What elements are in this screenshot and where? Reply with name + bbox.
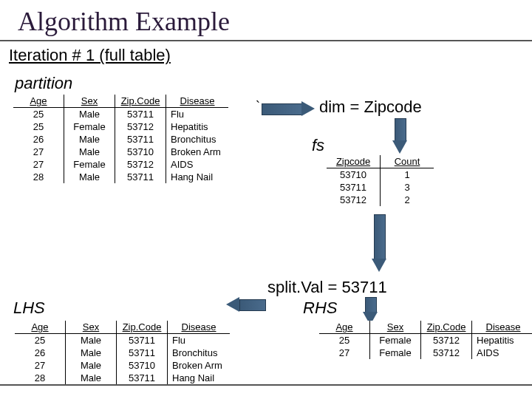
arrow-to-lhs-body: [239, 299, 266, 311]
cell: 27: [13, 146, 64, 158]
partition-body: 25Male53711Flu25Female53712Hepatitis26Ma…: [13, 108, 228, 184]
cell: Hang Nail: [168, 372, 231, 384]
cell: Female: [370, 347, 421, 359]
cell: 53711: [115, 133, 166, 146]
th-zip: Zip.Code: [115, 95, 166, 108]
cell: 53711: [117, 347, 168, 359]
slide-title: Algorithm Example: [18, 6, 532, 37]
th-lhs-age: Age: [15, 321, 66, 334]
rhs-label: RHS: [303, 299, 337, 318]
cell: Male: [64, 146, 115, 158]
th-lhs-disease: Disease: [168, 321, 231, 334]
cell: Broken Arm: [168, 359, 231, 372]
cell: 25: [13, 120, 64, 133]
iteration-subtitle: Iteration # 1 (full table): [9, 46, 532, 65]
cell: Hepatitis: [472, 334, 533, 347]
cell: 25: [319, 334, 370, 347]
cell: 28: [13, 171, 64, 183]
cell: Male: [66, 334, 117, 347]
arrow-to-splitval-head: [372, 259, 386, 272]
cell: 53712: [115, 120, 166, 133]
cell: Male: [66, 359, 117, 372]
backtick-mark: `: [256, 99, 260, 115]
cell: 25: [15, 334, 66, 347]
cell: Bronchitus: [166, 133, 229, 146]
th-rhs-zip: Zip.Code: [421, 321, 472, 334]
cell: Male: [64, 108, 115, 121]
cell: 53712: [327, 194, 381, 206]
th-sex: Sex: [64, 95, 115, 108]
cell: 28: [15, 372, 66, 384]
th-disease: Disease: [166, 95, 229, 108]
th-age: Age: [13, 95, 64, 108]
th-fs-zip: Zipcode: [327, 155, 381, 168]
cell: Hang Nail: [166, 171, 229, 183]
arrow-to-splitval-body: [374, 214, 386, 260]
th-rhs-age: Age: [319, 321, 370, 334]
cell: 27: [319, 347, 370, 359]
cell: Hepatitis: [166, 120, 229, 133]
th-lhs-sex: Sex: [66, 321, 117, 334]
cell: 53711: [115, 171, 166, 183]
cell: 27: [15, 359, 66, 372]
cell: Flu: [166, 108, 229, 121]
arrow-to-fs-body: [395, 118, 406, 142]
cell: Female: [370, 334, 421, 347]
cell: Male: [64, 133, 115, 146]
cell: 53711: [117, 372, 168, 384]
partition-label: partition: [15, 74, 72, 93]
cell: 53710: [115, 146, 166, 158]
cell: AIDS: [472, 347, 533, 359]
cell: 25: [13, 108, 64, 121]
th-lhs-zip: Zip.Code: [117, 321, 168, 334]
splitval-label: split.Val = 53711: [267, 278, 387, 297]
lhs-label: LHS: [13, 299, 45, 318]
cell: 3: [381, 181, 434, 194]
cell: Male: [66, 372, 117, 384]
bottom-rule: [0, 384, 532, 386]
cell: 2: [381, 194, 434, 206]
cell: Female: [64, 120, 115, 133]
arrow-to-lhs-head: [226, 297, 239, 312]
rhs-body: 25Female53712Hepatitis27Female53712AIDS: [319, 334, 532, 360]
cell: Broken Arm: [166, 146, 229, 158]
fs-label: fs: [312, 136, 324, 155]
cell: Female: [64, 158, 115, 171]
cell: Male: [66, 347, 117, 359]
fs-body: 537101537113537122: [327, 168, 434, 207]
cell: 1: [381, 168, 434, 182]
arrow-to-dim-head: [301, 101, 315, 116]
lhs-table: Age Sex Zip.Code Disease 25Male53711Flu2…: [15, 321, 230, 384]
cell: 53712: [421, 347, 472, 359]
cell: Male: [64, 171, 115, 183]
arrow-to-rhs-body: [365, 297, 377, 313]
cell: Bronchitus: [168, 347, 231, 359]
cell: 53711: [115, 108, 166, 121]
partition-table: Age Sex Zip.Code Disease 25Male53711Flu2…: [13, 95, 228, 183]
arrow-to-fs-head: [392, 140, 407, 154]
arrow-to-dim-body: [262, 103, 303, 115]
cell: 53712: [421, 334, 472, 347]
cell: 53712: [115, 158, 166, 171]
th-rhs-sex: Sex: [370, 321, 421, 334]
cell: Flu: [168, 334, 231, 347]
th-rhs-disease: Disease: [472, 321, 533, 334]
cell: 53711: [327, 181, 381, 194]
fs-table: Zipcode Count 537101537113537122: [327, 155, 434, 206]
cell: 26: [15, 347, 66, 359]
rhs-table: Age Sex Zip.Code Disease 25Female53712He…: [319, 321, 532, 359]
cell: 27: [13, 158, 64, 171]
cell: 53711: [117, 334, 168, 347]
lhs-body: 25Male53711Flu26Male53711Bronchitus27Mal…: [15, 334, 230, 385]
cell: 26: [13, 133, 64, 146]
th-fs-count: Count: [381, 155, 434, 168]
cell: 53710: [327, 168, 381, 182]
dim-label: dim = Zipcode: [319, 98, 422, 117]
cell: 53710: [117, 359, 168, 372]
cell: AIDS: [166, 158, 229, 171]
title-rule: [0, 40, 532, 41]
